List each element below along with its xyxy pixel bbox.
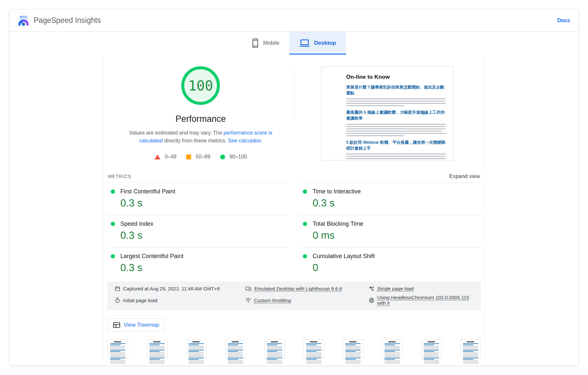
metric-pass-dot-icon <box>303 189 307 194</box>
thumb-title-line <box>153 341 160 342</box>
score-disclaimer: Values are estimated and may vary. The p… <box>124 129 277 145</box>
legend-item-pass: 90–100 <box>220 154 247 160</box>
metric-label: Largest Contentful Paint <box>121 253 184 260</box>
filmstrip-thumb-page <box>188 341 204 364</box>
filmstrip-thumb-page <box>228 341 243 364</box>
pagespeed-window: PageSpeed Insights Docs Mobile Desktop <box>9 9 579 366</box>
filmstrip-thumb <box>421 339 442 358</box>
thumb-text-lines <box>188 343 204 364</box>
thumb-text-lines <box>228 343 243 364</box>
legend-item-fail: 0–49 <box>155 154 177 160</box>
filmstrip-thumb-page <box>463 341 478 364</box>
screenshot-heading-3: 5 款好用 Webinar 軟體、平台推薦，讓你第一次辦網路研討會就上手 <box>346 139 446 151</box>
filmstrip-thumb <box>460 339 481 358</box>
docs-link[interactable]: Docs <box>557 18 570 24</box>
devices-icon <box>245 286 252 291</box>
disclaimer-text-2: directly from these metrics. <box>163 138 228 143</box>
screenshot-paragraph-lines <box>346 154 446 160</box>
category-title: Performance <box>175 114 226 124</box>
report-content: 100 Performance Values are estimated and… <box>103 55 485 366</box>
view-treemap-button[interactable]: View Treemap <box>107 318 165 332</box>
filmstrip-thumb-page <box>345 341 361 364</box>
see-calculator-link[interactable]: See calculator. <box>228 138 262 143</box>
fail-triangle-icon <box>155 155 160 159</box>
metric-pass-dot-icon <box>111 254 115 258</box>
capture-info-bar: Captured at Aug 25, 2022, 11:46 AM GMT+8… <box>107 282 481 310</box>
thumb-title-line <box>192 341 200 342</box>
tab-mobile-label: Mobile <box>263 40 279 46</box>
metric-value: 0.3 s <box>121 197 289 209</box>
filmstrip-thumb <box>382 339 402 358</box>
legend-average-label: 50–89 <box>196 154 210 160</box>
filmstrip-thumb <box>186 339 206 358</box>
performance-score-gauge[interactable]: 100 <box>181 66 220 105</box>
stopwatch-icon <box>115 297 120 303</box>
captured-at-item: Captured at Aug 25, 2022, 11:46 AM GMT+8 <box>115 286 245 291</box>
calendar-icon <box>115 286 120 291</box>
treemap-icon <box>113 322 120 328</box>
thumb-text-lines <box>110 343 125 364</box>
filmstrip-thumb-page <box>149 341 165 364</box>
thumb-text-lines <box>306 343 321 364</box>
thumb-title-line <box>349 341 356 342</box>
score-legend: 0–49 50–89 90–100 <box>155 154 247 160</box>
emulation-item: Emulated Desktop with Lighthouse 9.6.6 <box>245 286 369 291</box>
filmstrip-thumb <box>303 339 324 358</box>
tab-desktop[interactable]: Desktop <box>289 32 346 55</box>
expand-view-button[interactable]: Expand view <box>449 173 480 179</box>
performance-score-value: 100 <box>188 78 213 94</box>
thumb-title-line <box>271 341 278 342</box>
app-title: PageSpeed Insights <box>34 16 101 25</box>
metric-pass-dot-icon <box>111 189 115 194</box>
pagespeed-logo-icon <box>18 15 29 26</box>
filmstrip-thumb-page <box>384 341 400 364</box>
legend-item-average: 50–89 <box>186 154 210 160</box>
thumb-title-line <box>232 341 239 342</box>
score-section: 100 Performance Values are estimated and… <box>107 62 481 160</box>
filmstrip-thumb <box>147 339 167 358</box>
throttling-item: Custom throttling <box>245 295 369 306</box>
thumb-text-lines <box>345 343 361 364</box>
metric-first-contentful-paint: First Contentful Paint 0.3 s <box>107 183 289 215</box>
score-gauge-column: 100 Performance Values are estimated and… <box>107 62 294 160</box>
tab-mobile[interactable]: Mobile <box>242 32 289 55</box>
thumb-title-line <box>388 341 396 342</box>
filmstrip-thumb-page <box>267 341 282 364</box>
filmstrip-thumb-page <box>306 341 321 364</box>
throttling-link[interactable]: Custom throttling <box>254 298 291 303</box>
nodes-icon <box>369 286 374 291</box>
final-screenshot-column: On-line to Know 策展是什麼？讓專家告訴你策展怎麼開始、做法及企劃… <box>294 62 481 160</box>
legend-pass-label: 90–100 <box>230 154 247 160</box>
filmstrip-thumb-page <box>424 341 439 364</box>
page-load-item: Single page load <box>369 286 474 291</box>
filmstrip <box>107 339 481 358</box>
final-screenshot: On-line to Know 策展是什麼？讓專家告訴你策展怎麼開始、做法及企劃… <box>321 66 454 160</box>
metric-value: 0 ms <box>313 230 481 241</box>
metric-label: Cumulative Layout Shift <box>313 253 375 260</box>
metric-pass-dot-icon <box>303 254 307 258</box>
metric-label: Time to Interactive <box>313 188 361 195</box>
thumb-title-line <box>428 341 435 342</box>
emulation-link[interactable]: Emulated Desktop with Lighthouse 9.6.6 <box>254 286 342 291</box>
metric-largest-contentful-paint: Largest Contentful Paint 0.3 s <box>107 247 289 280</box>
filmstrip-thumb <box>225 339 246 358</box>
page-load-link[interactable]: Single page load <box>377 286 414 291</box>
metric-pass-dot-icon <box>303 222 307 226</box>
initial-load-item: Initial page load <box>115 295 245 306</box>
pass-circle-icon <box>220 155 225 159</box>
filmstrip-thumb-page <box>110 341 125 364</box>
metric-total-blocking-time: Total Blocking Time 0 ms <box>300 215 481 247</box>
metric-value: 0.3 s <box>121 262 289 274</box>
screenshot-paragraph-lines <box>346 124 446 136</box>
desktop-icon <box>299 39 310 47</box>
metric-label: Total Blocking Time <box>313 220 363 227</box>
metrics-grid: First Contentful Paint 0.3 s Time to Int… <box>107 183 481 280</box>
metric-pass-dot-icon <box>111 222 115 226</box>
chrome-icon <box>369 298 374 303</box>
screenshot-heading-1: 策展是什麼？讓專家告訴你策展怎麼開始、做法及企劃重點 <box>346 84 446 96</box>
app-header: PageSpeed Insights Docs <box>9 9 579 32</box>
chromium-link[interactable]: Using HeadlessChromium 102.0.5005.115 wi… <box>377 295 474 306</box>
device-tabs: Mobile Desktop <box>9 32 579 55</box>
wifi-icon <box>245 298 251 303</box>
metrics-section-label: METRICS <box>108 174 131 179</box>
